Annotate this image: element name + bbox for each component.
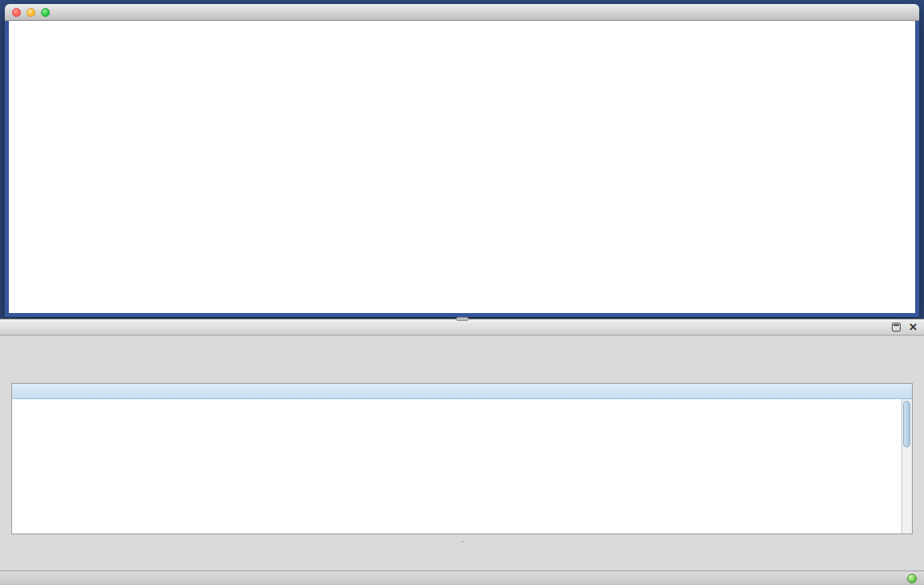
network-view-frame xyxy=(5,21,919,317)
network-graph-canvas[interactable] xyxy=(9,21,915,313)
network-window-titlebar[interactable] xyxy=(5,4,919,21)
close-window-button[interactable] xyxy=(12,8,21,17)
panel-splitter-handle[interactable] xyxy=(456,317,469,321)
table-tabbar xyxy=(0,541,924,542)
zoom-window-button[interactable] xyxy=(41,8,50,17)
table-panel: ✕ xyxy=(0,319,924,571)
scrollbar-thumb[interactable] xyxy=(903,401,910,447)
minimize-window-button[interactable] xyxy=(27,8,35,17)
network-desktop xyxy=(0,0,924,319)
cytoscape-app: ✕ xyxy=(0,0,924,585)
float-panel-button[interactable] xyxy=(892,323,901,332)
status-bar xyxy=(0,571,924,585)
table-vertical-scrollbar[interactable] xyxy=(901,399,912,534)
table-header-row xyxy=(12,384,912,399)
attribute-table xyxy=(11,383,913,534)
network-window xyxy=(5,4,919,317)
table-body xyxy=(12,399,901,534)
close-panel-button[interactable]: ✕ xyxy=(909,322,918,332)
table-toolbar xyxy=(11,349,924,373)
table-panel-header: ✕ xyxy=(0,319,924,336)
memory-status-indicator[interactable] xyxy=(907,574,917,583)
